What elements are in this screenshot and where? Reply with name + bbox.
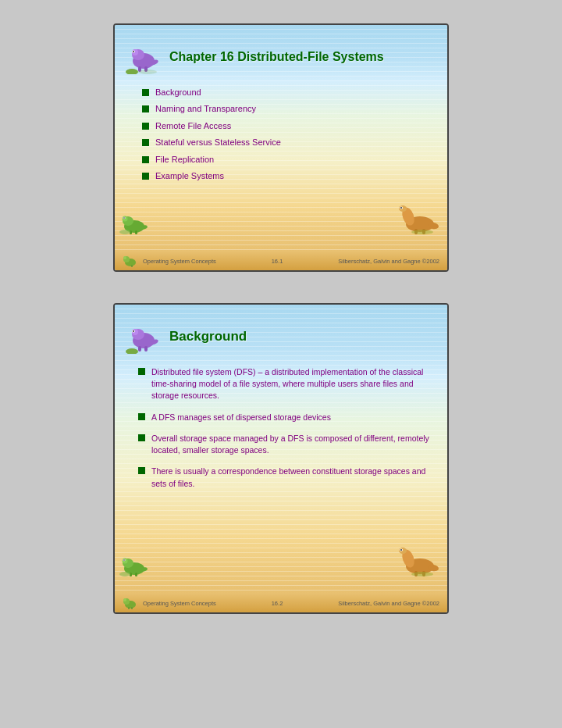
footer-left-text-2: Operating System Concepts (143, 600, 216, 607)
svg-point-4 (133, 51, 134, 52)
list-item: Distributed file system (DFS) – a distri… (138, 366, 432, 402)
bullet-label: There is usually a correspondence betwee… (151, 466, 432, 489)
header-dino-2-icon (124, 319, 163, 354)
svg-point-46 (123, 559, 125, 561)
svg-point-30 (123, 256, 126, 259)
svg-point-45 (123, 559, 126, 561)
bullet-label: Overall storage space managed by a DFS i… (151, 433, 432, 456)
svg-point-51 (406, 558, 434, 574)
list-item: Overall storage space managed by a DFS i… (138, 433, 432, 456)
footer-dino-2-icon (123, 597, 140, 609)
bullet-label: A DFS manages set of dispersed storage d… (151, 412, 331, 423)
slide-1: Chapter 16 Distributed-File Systems Back… (113, 23, 449, 272)
svg-point-52 (400, 548, 416, 569)
svg-point-42 (124, 562, 144, 575)
svg-rect-47 (130, 573, 132, 576)
slide-2-header: Background (115, 312, 447, 359)
slide-2-title: Background (163, 329, 247, 344)
bullet-icon (138, 368, 145, 375)
svg-rect-32 (131, 265, 133, 267)
footer-left-text: Operating System Concepts (143, 258, 216, 265)
slide-1-footer: Operating System Concepts 16.1 Silbersch… (115, 252, 447, 270)
slide2-bottom-right-dino-icon (393, 541, 443, 576)
svg-point-44 (123, 558, 128, 564)
list-item: Stateful versus Stateless Service (142, 137, 432, 148)
slide-2-body: Background Distributed file system (DFS)… (115, 305, 447, 594)
svg-rect-64 (131, 607, 133, 609)
svg-point-54 (400, 549, 403, 551)
svg-point-9 (138, 70, 157, 74)
svg-point-37 (133, 330, 134, 332)
slide-2: Background Distributed file system (DFS)… (113, 303, 449, 614)
bullet-icon (142, 156, 149, 163)
svg-point-58 (427, 564, 439, 572)
svg-point-43 (123, 558, 133, 568)
svg-point-49 (140, 566, 148, 572)
list-item: File Replication (142, 154, 432, 166)
svg-point-62 (123, 598, 126, 601)
svg-rect-63 (128, 607, 130, 609)
slide-2-footer: Operating System Concepts 16.2 Silbersch… (115, 594, 447, 612)
bullet-icon (142, 89, 149, 96)
list-item: A DFS manages set of dispersed storage d… (138, 412, 432, 423)
svg-point-59 (411, 572, 433, 576)
svg-rect-57 (422, 571, 425, 576)
slide-1-header: Chapter 16 Distributed-File Systems (115, 33, 447, 79)
bullet-icon (138, 467, 145, 474)
footer-left-area-2: Operating System Concepts (123, 597, 216, 609)
svg-rect-38 (138, 346, 141, 352)
svg-rect-31 (128, 265, 130, 267)
svg-rect-48 (135, 573, 137, 576)
svg-rect-39 (144, 346, 148, 352)
bullet-label: Naming and Transparency (155, 103, 256, 115)
slide-1-title: Chapter 16 Distributed-File Systems (163, 50, 384, 64)
bullet-label: Remote File Access (155, 120, 231, 132)
footer-copyright: Silberschatz, Galvin and Gagne ©2002 (338, 258, 439, 265)
bullet-label: Stateful versus Stateless Service (155, 137, 281, 148)
footer-copyright-2: Silberschatz, Galvin and Gagne ©2002 (338, 600, 439, 607)
slide-1-body: Chapter 16 Distributed-File Systems Back… (115, 25, 447, 252)
slide2-bottom-left-dino-icon (119, 549, 162, 576)
bullet-icon (142, 123, 149, 130)
header-dino-icon (124, 39, 163, 74)
svg-point-53 (399, 548, 407, 554)
footer-dino-icon (123, 255, 140, 267)
list-item: Example Systems (142, 170, 432, 182)
bullet-icon (142, 105, 149, 112)
bullet-label: Distributed file system (DFS) – a distri… (151, 366, 432, 402)
footer-page-number: 16.1 (272, 258, 283, 265)
slide-2-content: Distributed file system (DFS) – a distri… (115, 359, 447, 507)
list-item: Naming and Transparency (142, 103, 432, 115)
svg-point-55 (400, 549, 402, 551)
svg-point-41 (126, 348, 138, 354)
svg-point-50 (119, 572, 130, 576)
bullet-label: Background (155, 87, 201, 98)
bullet-label: Example Systems (155, 170, 224, 182)
list-item: There is usually a correspondence betwee… (138, 466, 432, 489)
bullet-icon (142, 139, 149, 146)
bullet-icon (138, 434, 145, 441)
slide-1-content: Background Naming and Transparency Remot… (115, 79, 447, 194)
bullet-label: File Replication (155, 154, 214, 166)
list-item: Remote File Access (142, 120, 432, 132)
bullet-icon (142, 173, 149, 180)
footer-page-number-2: 16.2 (272, 600, 283, 607)
list-item: Background (142, 87, 432, 98)
svg-point-8 (126, 69, 138, 74)
bullet-icon (138, 413, 145, 420)
svg-rect-56 (414, 571, 418, 576)
footer-left-area: Operating System Concepts (123, 255, 216, 267)
